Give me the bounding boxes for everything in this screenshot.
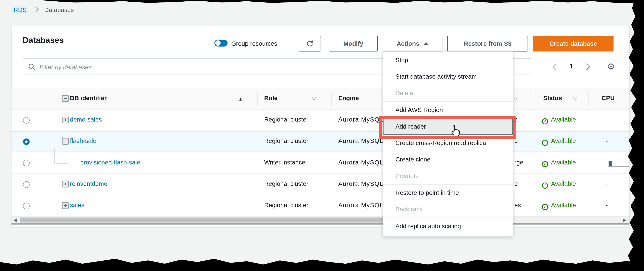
- menu-item-create-cross-region-read-replica[interactable]: Create cross-Region read replica: [383, 135, 513, 151]
- sort-ascending-icon[interactable]: [238, 95, 242, 102]
- table-row-child: provisioned-flash-sale Writer instance A…: [12, 152, 629, 174]
- refresh-icon: [306, 40, 314, 47]
- group-resources-label: Group resources: [231, 40, 277, 47]
- size-fragment: e: [514, 180, 518, 187]
- column-engine[interactable]: Engine: [338, 94, 359, 101]
- status-badge: Available: [542, 201, 576, 210]
- expand-icon[interactable]: [62, 181, 69, 187]
- rds-console: RDS Databases Databases Group resources …: [0, 0, 644, 271]
- db-identifier-link[interactable]: sales: [70, 201, 84, 208]
- filter-icon[interactable]: [312, 94, 316, 101]
- column-db-identifier[interactable]: DB identifier: [70, 94, 106, 101]
- table-row: reinventdemo Regional cluster Aurora MyS…: [12, 174, 629, 195]
- menu-item-start-activity-stream[interactable]: Start database activity stream: [383, 68, 513, 85]
- breadcrumb: RDS Databases: [12, 5, 74, 14]
- chevron-right-icon: [33, 7, 39, 12]
- table-header: DB identifier Role Engine Status CPU: [12, 88, 629, 110]
- refresh-button[interactable]: [299, 36, 321, 52]
- torn-edge-bottom: [0, 256, 644, 271]
- engine-cell: Aurora MySQL: [338, 201, 384, 208]
- cpu-usage-fill: [608, 161, 612, 166]
- role-cell: Regional cluster: [264, 137, 308, 144]
- role-cell: Regional cluster: [264, 116, 308, 123]
- menu-item-promote: Promote: [383, 168, 513, 184]
- engine-cell: Aurora MySQL: [338, 137, 384, 144]
- collapse-all-icon[interactable]: [62, 95, 69, 102]
- row-radio[interactable]: [23, 117, 30, 123]
- row-radio[interactable]: [23, 202, 30, 209]
- create-database-button[interactable]: Create database: [533, 36, 614, 52]
- breadcrumb-rds-link[interactable]: RDS: [12, 6, 28, 13]
- modify-button[interactable]: Modify: [329, 36, 378, 52]
- page-number[interactable]: 1: [566, 63, 578, 70]
- engine-cell: Aurora MySQL: [338, 180, 384, 187]
- group-resources-toggle[interactable]: [214, 40, 228, 47]
- expand-icon[interactable]: [62, 202, 69, 209]
- horizontal-scrollbar[interactable]: [12, 217, 629, 224]
- status-badge: Available: [542, 116, 576, 124]
- tree-line: [54, 148, 55, 163]
- cpu-cell: -: [606, 201, 608, 208]
- actions-menu: Stop Start database activity stream Dele…: [383, 52, 513, 236]
- cpu-cell: -: [606, 137, 608, 144]
- divider: [588, 92, 589, 106]
- breadcrumb-current: Databases: [44, 6, 74, 13]
- table-row: demo-sales Regional cluster Aurora MySQL…: [12, 110, 629, 131]
- cpu-usage-bar: [608, 160, 629, 167]
- scroll-right-icon[interactable]: [623, 218, 626, 222]
- column-status[interactable]: Status: [543, 94, 562, 101]
- divider: [530, 92, 530, 106]
- db-identifier-link[interactable]: demo-sales: [70, 116, 102, 123]
- db-identifier-link[interactable]: provisioned-flash-sale: [80, 159, 140, 166]
- column-role[interactable]: Role: [264, 94, 278, 101]
- divider: [598, 59, 598, 75]
- row-radio-selected[interactable]: [23, 138, 30, 145]
- role-cell: Regional cluster: [264, 201, 308, 208]
- actions-button[interactable]: Actions: [383, 36, 442, 52]
- size-fragment: e: [514, 137, 518, 144]
- toggle-knob: [215, 41, 220, 46]
- available-check-icon: [542, 118, 548, 124]
- size-fragment: es: [514, 201, 521, 208]
- status-badge: Available: [542, 159, 576, 167]
- db-identifier-link[interactable]: flash-sale: [70, 137, 96, 144]
- status-badge: Available: [542, 137, 576, 146]
- restore-from-s3-button[interactable]: Restore from S3: [447, 36, 528, 52]
- torn-edge-top: [0, 0, 644, 4]
- caret-up-icon: [424, 42, 428, 45]
- engine-cell: Aurora MySQL: [338, 159, 384, 166]
- divider: [331, 92, 332, 106]
- table-row: sales Regional cluster Aurora MySQL es A…: [12, 195, 629, 217]
- menu-item-create-clone[interactable]: Create clone: [383, 151, 513, 168]
- gear-icon[interactable]: ⚙: [607, 62, 615, 72]
- scroll-left-icon[interactable]: [14, 218, 17, 222]
- filter-icon[interactable]: [573, 94, 577, 101]
- menu-item-delete: Delete: [383, 85, 513, 101]
- size-fragment: rge: [514, 159, 523, 166]
- available-check-icon: [542, 182, 548, 189]
- cpu-cell: -: [606, 180, 608, 187]
- role-cell: Regional cluster: [264, 180, 308, 187]
- available-check-icon: [542, 161, 548, 167]
- tree-line: [54, 163, 69, 164]
- expand-icon[interactable]: [62, 116, 69, 123]
- available-check-icon: [542, 140, 548, 146]
- menu-item-stop[interactable]: Stop: [383, 52, 513, 68]
- column-cpu[interactable]: CPU: [602, 94, 615, 101]
- collapse-icon[interactable]: [62, 138, 69, 144]
- role-cell: Writer instance: [264, 159, 305, 166]
- row-radio[interactable]: [23, 181, 30, 188]
- table-row: flash-sale Regional cluster Aurora MySQL…: [12, 131, 629, 152]
- status-badge: Available: [542, 180, 576, 189]
- menu-item-add-aws-region[interactable]: Add AWS Region: [383, 101, 513, 118]
- menu-item-add-reader[interactable]: Add reader: [383, 118, 513, 135]
- menu-item-add-replica-auto-scaling[interactable]: Add replica auto scaling: [383, 217, 513, 234]
- menu-item-restore-to-point-in-time[interactable]: Restore to point in time: [383, 184, 513, 201]
- cpu-cell: -: [606, 116, 608, 123]
- row-radio[interactable]: [23, 160, 30, 166]
- available-check-icon: [542, 204, 548, 210]
- size-fragment: s: [514, 116, 517, 123]
- menu-item-backtrack: Backtrack: [383, 201, 513, 217]
- filter-icon[interactable]: [514, 94, 518, 101]
- db-identifier-link[interactable]: reinventdemo: [70, 180, 107, 187]
